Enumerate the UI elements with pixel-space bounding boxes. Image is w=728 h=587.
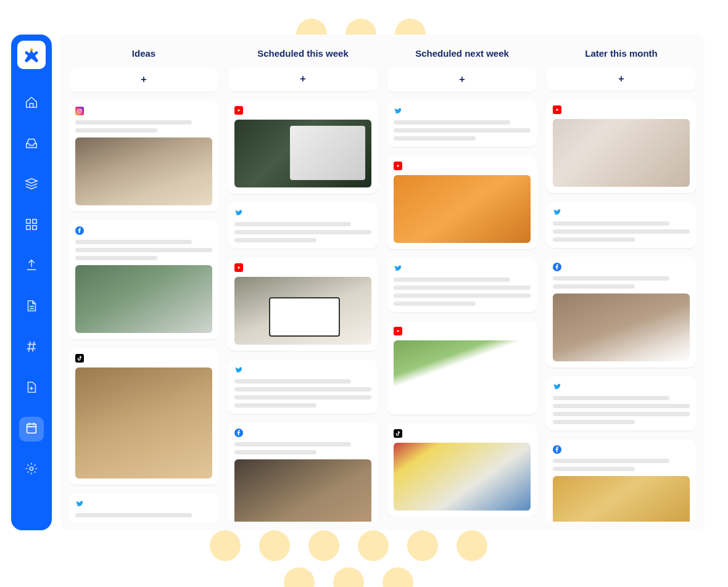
nav-settings[interactable]	[19, 458, 44, 482]
post-image	[394, 340, 531, 408]
post-image	[234, 459, 371, 522]
twitter-icon	[394, 264, 402, 273]
instagram-icon	[75, 107, 84, 115]
youtube-icon	[553, 105, 561, 114]
post-preview-text	[553, 221, 690, 242]
svg-marker-12	[397, 165, 400, 167]
calendar-icon	[25, 421, 38, 437]
nav-upload[interactable]	[19, 254, 44, 279]
twitter-icon	[75, 499, 84, 508]
twitter-icon	[553, 382, 561, 391]
post-image	[553, 476, 690, 522]
twitter-icon	[394, 107, 402, 115]
nav-document[interactable]	[19, 295, 44, 319]
post-card[interactable]	[228, 257, 378, 351]
post-card[interactable]	[387, 155, 537, 249]
upload-icon	[25, 258, 38, 274]
svg-point-9	[81, 109, 81, 110]
post-image	[234, 120, 371, 187]
post-image	[75, 265, 212, 333]
twitter-icon	[234, 208, 243, 217]
nav-calendar[interactable]	[19, 417, 44, 441]
column-3: Later this month+	[547, 43, 696, 522]
post-card[interactable]	[228, 422, 378, 522]
nav-hashtag[interactable]	[19, 335, 44, 360]
svg-marker-14	[556, 108, 559, 110]
twitter-icon	[553, 208, 561, 216]
add-card-button[interactable]: +	[387, 67, 537, 92]
column-0: Ideas+	[69, 43, 218, 522]
post-card[interactable]	[547, 257, 696, 367]
nav-library[interactable]	[19, 173, 44, 197]
post-card[interactable]	[547, 439, 696, 522]
app-logo[interactable]	[17, 41, 46, 69]
nav-inbox[interactable]	[19, 132, 44, 157]
post-card[interactable]	[387, 258, 537, 312]
facebook-icon	[234, 429, 243, 437]
youtube-icon	[234, 106, 243, 115]
column-1: Scheduled this week+	[228, 43, 378, 522]
home-icon	[25, 96, 38, 112]
kanban-board: Ideas+Scheduled this week+Scheduled next…	[60, 35, 705, 530]
svg-marker-10	[238, 109, 241, 112]
post-card[interactable]	[69, 220, 218, 339]
post-card[interactable]	[387, 423, 537, 517]
post-image	[394, 443, 531, 511]
add-card-button[interactable]: +	[69, 67, 218, 92]
post-image	[553, 294, 690, 361]
post-card[interactable]	[69, 101, 218, 211]
svg-point-6	[30, 467, 33, 470]
post-card[interactable]	[228, 202, 378, 248]
column-title: Scheduled this week	[228, 43, 378, 67]
column-2: Scheduled next week+	[387, 43, 537, 522]
new-page-icon	[25, 380, 38, 396]
post-preview-text	[75, 240, 212, 260]
post-preview-text	[553, 459, 690, 471]
add-card-button[interactable]: +	[547, 67, 696, 91]
column-title: Scheduled next week	[387, 43, 537, 67]
column-title: Later this month	[547, 43, 696, 67]
post-preview-text	[75, 120, 212, 133]
svg-rect-3	[27, 226, 30, 229]
post-card[interactable]	[547, 99, 696, 193]
svg-rect-5	[27, 424, 36, 433]
post-card[interactable]	[387, 321, 537, 414]
youtube-icon	[394, 162, 402, 170]
post-card[interactable]	[387, 101, 537, 147]
tiktok-icon	[75, 354, 84, 363]
post-card[interactable]	[228, 359, 378, 414]
nav-new-page[interactable]	[19, 376, 44, 401]
post-card[interactable]	[547, 376, 696, 430]
post-preview-text	[553, 276, 690, 289]
card-list	[69, 101, 218, 522]
nav-home[interactable]	[19, 91, 44, 116]
youtube-icon	[234, 263, 243, 272]
add-card-button[interactable]: +	[228, 67, 378, 91]
svg-rect-2	[33, 220, 36, 223]
post-image	[75, 138, 212, 205]
hashtag-icon	[25, 340, 38, 356]
svg-rect-4	[33, 226, 36, 229]
inbox-icon	[25, 136, 38, 152]
youtube-icon	[394, 327, 402, 335]
post-preview-text	[234, 442, 371, 454]
facebook-icon	[75, 226, 84, 235]
facebook-icon	[553, 263, 561, 271]
svg-rect-1	[27, 220, 30, 223]
post-card[interactable]	[547, 202, 696, 248]
post-card[interactable]	[69, 493, 218, 522]
card-list	[228, 100, 378, 522]
post-card[interactable]	[228, 100, 378, 194]
svg-marker-13	[397, 330, 400, 332]
settings-icon	[25, 462, 38, 478]
twitter-icon	[234, 366, 243, 374]
post-card[interactable]	[69, 348, 218, 485]
nav-apps[interactable]	[19, 213, 44, 238]
post-preview-text	[394, 277, 531, 306]
apps-icon	[25, 218, 38, 234]
document-icon	[25, 299, 38, 315]
post-image	[394, 175, 531, 243]
post-image	[75, 367, 212, 478]
column-title: Ideas	[69, 43, 218, 67]
facebook-icon	[553, 445, 561, 454]
